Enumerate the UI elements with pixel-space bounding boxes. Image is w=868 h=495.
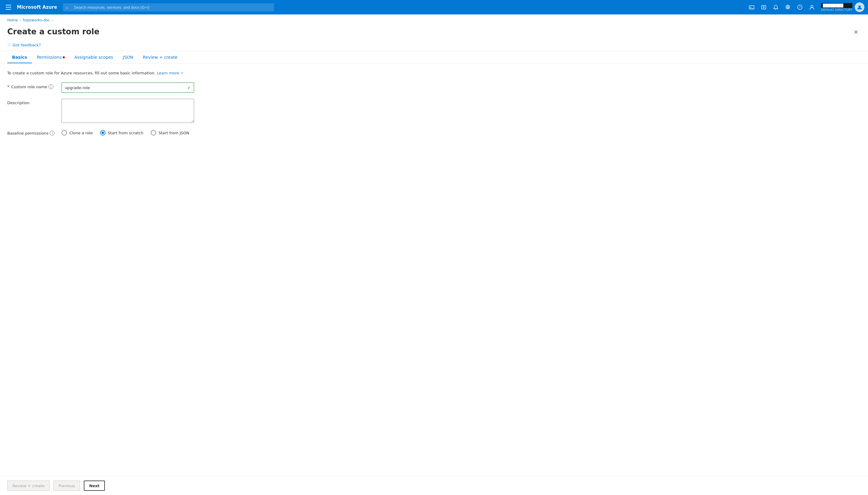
hamburger-menu-button[interactable] — [4, 2, 13, 12]
tab-permissions[interactable]: Permissions — [32, 51, 70, 63]
custom-role-name-field: upgrade-role ✓ — [62, 83, 194, 93]
description-field — [62, 99, 194, 123]
breadcrumb-home[interactable]: Home — [7, 18, 18, 22]
settings-button[interactable] — [782, 2, 793, 13]
svg-point-8 — [858, 5, 861, 7]
custom-role-name-row: * Custom role name i upgrade-role ✓ — [7, 83, 861, 93]
profile-directory: DEFAULT DIRECTORY — [821, 8, 852, 12]
close-button[interactable]: ✕ — [851, 27, 861, 37]
tab-json[interactable]: JSON — [118, 51, 138, 63]
tab-basics[interactable]: Basics — [7, 51, 32, 63]
radio-clone-label: Clone a role — [69, 131, 93, 135]
radio-clone-a-role[interactable]: Clone a role — [62, 130, 93, 136]
form-description: To create a custom role for Azure resour… — [7, 71, 861, 75]
feedback-label: Got feedback? — [13, 43, 41, 47]
profile-section[interactable]: ████████ DEFAULT DIRECTORY — [821, 2, 864, 12]
radio-start-from-scratch[interactable]: Start from scratch — [100, 130, 144, 136]
description-label: Description — [7, 99, 62, 105]
cloud-shell-button[interactable] — [746, 2, 757, 13]
description-row: Description — [7, 99, 861, 123]
help-button[interactable]: ? — [795, 2, 805, 13]
review-create-button[interactable]: Review + create — [7, 480, 50, 491]
description-textarea[interactable] — [62, 99, 194, 123]
top-navigation: Microsoft Azure ⌕ ? ████████ DEFAULT DIR… — [0, 0, 868, 15]
tab-review-create[interactable]: Review + create — [138, 51, 182, 63]
search-input[interactable] — [63, 3, 274, 12]
svg-point-7 — [811, 5, 813, 7]
radio-clone-circle — [62, 130, 67, 136]
tab-assignable-scopes[interactable]: Assignable scopes — [70, 51, 118, 63]
radio-scratch-label: Start from scratch — [108, 131, 144, 135]
feedback-bar[interactable]: ♡ Got feedback? — [0, 43, 868, 51]
heart-icon: ♡ — [7, 43, 11, 47]
breadcrumb: Home › hopsworks-doc › — [0, 15, 868, 25]
notifications-button[interactable] — [770, 2, 781, 13]
breadcrumb-sep-1: › — [20, 19, 21, 22]
radio-json-circle — [151, 130, 156, 136]
tabs-bar: Basics Permissions Assignable scopes JSO… — [0, 51, 868, 64]
search-icon: ⌕ — [66, 5, 68, 10]
form-content: To create a custom role for Azure resour… — [0, 64, 868, 474]
previous-button[interactable]: Previous — [53, 480, 80, 491]
azure-logo: Microsoft Azure — [17, 4, 57, 10]
nav-icon-group: ? ████████ DEFAULT DIRECTORY — [746, 2, 864, 13]
svg-point-4 — [787, 6, 789, 8]
search-bar[interactable]: ⌕ — [63, 3, 274, 12]
learn-more-link[interactable]: Learn more ↗ — [157, 71, 183, 75]
baseline-permissions-radio-group: Clone a role Start from scratch Start fr… — [62, 129, 189, 136]
svg-text:?: ? — [799, 5, 801, 9]
custom-role-name-input-wrapper: upgrade-role ✓ — [62, 83, 194, 93]
profile-name-bar: ████████ — [821, 3, 852, 8]
next-button[interactable]: Next — [84, 480, 105, 491]
permissions-dot — [63, 56, 65, 58]
custom-role-name-label: * Custom role name i — [7, 83, 62, 89]
account-button[interactable] — [806, 2, 817, 13]
upload-button[interactable] — [758, 2, 769, 13]
bottom-bar: Review + create Previous Next — [0, 476, 868, 495]
radio-scratch-circle — [100, 130, 105, 136]
radio-start-from-json[interactable]: Start from JSON — [151, 130, 189, 136]
breadcrumb-section[interactable]: hopsworks-doc — [22, 18, 50, 22]
valid-checkmark-icon: ✓ — [187, 85, 191, 90]
required-star: * — [7, 84, 9, 89]
baseline-permissions-row: Baseline permissions i Clone a role Star… — [7, 129, 861, 136]
breadcrumb-sep-2: › — [51, 19, 53, 22]
page-title: Create a custom role — [7, 27, 99, 36]
custom-role-name-value: upgrade-role — [65, 86, 90, 90]
main-content: Home › hopsworks-doc › Create a custom r… — [0, 15, 868, 495]
radio-json-label: Start from JSON — [159, 131, 189, 135]
baseline-permissions-info-icon[interactable]: i — [50, 131, 54, 136]
external-link-icon: ↗ — [180, 71, 183, 75]
baseline-permissions-label: Baseline permissions i — [7, 129, 62, 136]
custom-role-name-info-icon[interactable]: i — [49, 84, 53, 89]
page-header: Create a custom role ✕ — [0, 25, 868, 43]
avatar — [855, 2, 864, 12]
